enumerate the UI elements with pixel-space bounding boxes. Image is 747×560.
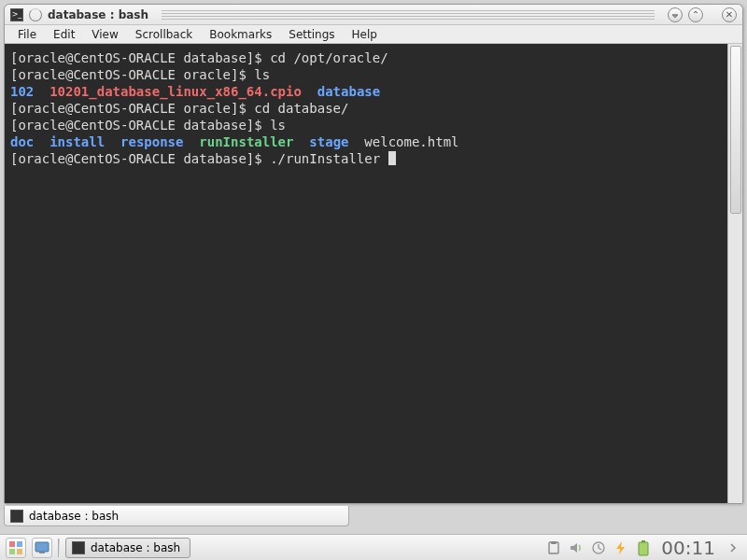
desktop-icon xyxy=(35,540,49,555)
menubar: File Edit View Scrollback Bookmarks Sett… xyxy=(5,25,742,44)
prompt: [oracle@CentOS-ORACLE database]$ xyxy=(10,50,270,65)
close-button[interactable]: ✕ xyxy=(722,7,737,22)
command-text: ./runInstaller xyxy=(270,151,388,166)
terminal-area: [oracle@CentOS-ORACLE database]$ cd /opt… xyxy=(5,44,742,503)
ls-entry-dir: stage xyxy=(309,134,348,149)
ls-entry-dir: database xyxy=(317,84,380,99)
command-text: cd database/ xyxy=(254,101,348,116)
svg-rect-1 xyxy=(17,541,22,547)
titlebar-grip[interactable] xyxy=(162,10,655,20)
svg-rect-10 xyxy=(641,540,645,542)
command-text: ls xyxy=(270,118,286,133)
menu-file[interactable]: File xyxy=(10,26,44,43)
svg-rect-4 xyxy=(35,542,49,552)
session-tabbar: database : bash xyxy=(4,506,743,528)
tray-battery-icon[interactable] xyxy=(635,539,652,556)
ls-entry-dir: install xyxy=(49,134,105,149)
svg-rect-3 xyxy=(17,549,22,554)
terminal-icon: >_ xyxy=(10,8,23,21)
tray-klipper-icon[interactable] xyxy=(545,539,562,556)
tray-volume-icon[interactable] xyxy=(568,539,585,556)
svg-rect-7 xyxy=(551,541,557,544)
taskbar: database : bash 00:11 xyxy=(0,534,747,560)
svg-rect-5 xyxy=(39,552,45,553)
terminal-icon xyxy=(10,510,23,523)
launcher-button-apps[interactable] xyxy=(6,538,26,558)
terminal[interactable]: [oracle@CentOS-ORACLE database]$ cd /opt… xyxy=(5,44,727,503)
svg-rect-0 xyxy=(9,541,15,547)
menu-settings[interactable]: Settings xyxy=(281,26,342,43)
menu-edit[interactable]: Edit xyxy=(46,26,82,43)
cursor xyxy=(388,151,396,165)
busy-spinner-icon xyxy=(29,8,42,21)
prompt: [oracle@CentOS-ORACLE database]$ xyxy=(10,118,270,133)
svg-rect-2 xyxy=(9,549,15,554)
prompt: [oracle@CentOS-ORACLE oracle]$ xyxy=(10,67,254,82)
menu-help[interactable]: Help xyxy=(345,26,385,43)
svg-rect-9 xyxy=(639,542,648,555)
scrollbar-thumb[interactable] xyxy=(730,46,741,214)
clock[interactable]: 00:11 xyxy=(657,537,719,559)
vertical-scrollbar[interactable] xyxy=(727,44,742,503)
ls-entry-file: welcome.html xyxy=(364,134,458,149)
tray-power-icon[interactable] xyxy=(613,539,629,556)
prompt: [oracle@CentOS-ORACLE database]$ xyxy=(10,151,270,166)
prompt: [oracle@CentOS-ORACLE oracle]$ xyxy=(10,101,254,116)
minimize-button[interactable]: ⌄ xyxy=(668,7,683,22)
menu-bookmarks[interactable]: Bookmarks xyxy=(202,26,279,43)
taskbar-task[interactable]: database : bash xyxy=(65,538,190,558)
session-tab[interactable]: database : bash xyxy=(4,506,349,526)
ls-entry-archive: 10201_database_linux_x86_64.cpio xyxy=(49,84,302,99)
taskbar-separator xyxy=(58,539,60,557)
command-text: ls xyxy=(254,67,270,82)
system-tray: 00:11 xyxy=(545,537,741,559)
ls-entry-dir: doc xyxy=(10,134,34,149)
taskbar-task-label: database : bash xyxy=(91,541,180,554)
command-text: cd /opt/oracle/ xyxy=(270,50,388,65)
terminal-icon xyxy=(72,541,85,554)
window-title: database : bash xyxy=(48,8,148,21)
maximize-button[interactable]: ⌃ xyxy=(688,7,703,22)
apps-icon xyxy=(8,540,23,555)
terminal-window: >_ database : bash ⌄ ⌃ ✕ File Edit View … xyxy=(4,4,743,504)
tray-updates-icon[interactable] xyxy=(590,539,607,556)
ls-entry-dir: response xyxy=(120,134,183,149)
titlebar[interactable]: >_ database : bash ⌄ ⌃ ✕ xyxy=(5,5,742,25)
menu-scrollback[interactable]: Scrollback xyxy=(128,26,200,43)
ls-entry-dir: 102 xyxy=(10,84,34,99)
tray-expand-icon[interactable] xyxy=(725,539,741,556)
menu-view[interactable]: View xyxy=(84,26,125,43)
session-tab-label: database : bash xyxy=(29,510,119,523)
launcher-button-desktop[interactable] xyxy=(32,538,52,558)
ls-entry-exec: runInstaller xyxy=(199,134,293,149)
